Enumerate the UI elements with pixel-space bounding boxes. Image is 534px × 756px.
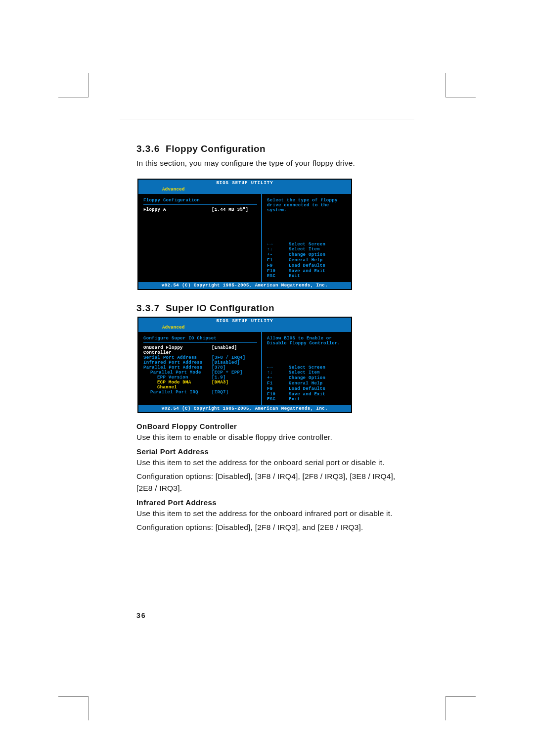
para-heading-serial-port: Serial Port Address — [136, 447, 413, 456]
bios-row-value: [Disabled] — [212, 360, 257, 365]
bios-tab-advanced: Advanced — [159, 187, 188, 193]
bios-row-label: Parallel Port Address — [143, 365, 212, 370]
bios-row-label: Serial Port Address — [143, 355, 212, 360]
bios-nav-key: ↑↓ — [267, 370, 289, 376]
header-rule — [120, 120, 414, 120]
bios-nav-key: F9 — [267, 386, 289, 392]
bios-tab-advanced: Advanced — [159, 325, 188, 331]
crop-mark-bottom-right — [445, 696, 476, 720]
bios-nav-label: General Help — [289, 381, 322, 386]
bios-nav-label: Change Option — [289, 376, 325, 381]
bios-panel-title: Configure Super IO Chipset — [143, 336, 257, 341]
bios-nav-key: F10 — [267, 269, 289, 274]
para-heading-onboard-floppy: OnBoard Floppy Controller — [136, 422, 413, 430]
bios-row-label: ECP Mode DMA Channel — [143, 380, 212, 390]
section-title: Super IO Configuration — [166, 303, 274, 313]
section-heading-superio: 3.3.7 Super IO Configuration — [136, 303, 413, 314]
bios-nav-label: Select Item — [289, 247, 320, 252]
bios-rows: Floppy A[1.44 MB 3½"] — [143, 207, 257, 212]
bios-nav-row: F10Save and Exit — [267, 269, 347, 274]
bios-copyright: v02.54 (C) Copyright 1985-2005, American… — [138, 405, 351, 412]
bios-row-label: Parallel Port Mode — [143, 370, 212, 375]
bios-row: Serial Port Address[3F8 / IRQ4] — [143, 355, 257, 360]
bios-screenshot-superio: BIOS SETUP UTILITY Advanced Configure Su… — [137, 317, 352, 413]
bios-row: Parallel Port Mode[ECP + EPP] — [143, 370, 257, 375]
bios-nav-key: F9 — [267, 263, 289, 269]
bios-nav-row: F10Save and Exit — [267, 392, 347, 397]
bios-nav-key: F10 — [267, 392, 289, 397]
bios-nav-key: ESC — [267, 397, 289, 402]
bios-row-value: [378] — [212, 365, 257, 370]
bios-nav-label: Save and Exit — [289, 392, 325, 397]
para-body: Configuration options: [Disabled], [2F8 … — [136, 521, 413, 533]
bios-nav-label: Exit — [289, 397, 300, 402]
para-body: Configuration options: [Disabled], [3F8 … — [136, 471, 413, 494]
bios-row: Floppy A[1.44 MB 3½"] — [143, 207, 257, 212]
bios-help-text: Allow BIOS to Enable or Disable Floppy C… — [267, 336, 347, 346]
bios-nav-key: ←→ — [267, 242, 289, 247]
bios-nav-row: ESCExit — [267, 274, 347, 279]
bios-nav-key: +- — [267, 252, 289, 258]
bios-nav-row: ←→Select Screen — [267, 242, 347, 247]
bios-row-value: [IRQ7] — [212, 390, 257, 395]
section-number: 3.3.6 — [136, 143, 160, 154]
bios-nav-key: ←→ — [267, 365, 289, 371]
para-body: Use this item to set the address for the… — [136, 457, 413, 469]
bios-nav-label: Save and Exit — [289, 269, 325, 274]
bios-panel-title: Floppy Configuration — [143, 198, 257, 203]
bios-nav-row: ↑↓Select Item — [267, 247, 347, 252]
bios-nav-row: F1General Help — [267, 258, 347, 263]
bios-nav-label: General Help — [289, 258, 322, 263]
bios-nav-key: ESC — [267, 274, 289, 279]
bios-nav-row: F1General Help — [267, 381, 347, 386]
bios-nav: ←→Select Screen↑↓Select Item+-Change Opt… — [267, 242, 347, 280]
para-body: Use this item to set the address for the… — [136, 508, 413, 520]
bios-nav-key: F1 — [267, 381, 289, 386]
bios-row-value: [Enabled] — [212, 345, 257, 355]
bios-row: EPP Version[1.9] — [143, 375, 257, 380]
bios-tabbar: Advanced — [138, 187, 351, 194]
bios-row-value: [DMA3] — [212, 380, 257, 390]
bios-nav-row: F9Load Defaults — [267, 386, 347, 392]
bios-nav-label: Load Defaults — [289, 386, 325, 392]
bios-nav-key: +- — [267, 376, 289, 381]
bios-nav-row: F9Load Defaults — [267, 263, 347, 269]
crop-mark-bottom-left — [58, 696, 89, 720]
bios-row: Parallel Port IRQ[IRQ7] — [143, 390, 257, 395]
bios-nav-row: ↑↓Select Item — [267, 370, 347, 376]
bios-title: BIOS SETUP UTILITY — [138, 318, 351, 325]
bios-row: OnBoard Floppy Controller[Enabled] — [143, 345, 257, 355]
bios-nav-label: Select Item — [289, 370, 320, 376]
bios-row-value: [1.9] — [212, 375, 257, 380]
bios-tabbar: Advanced — [138, 325, 351, 332]
bios-help-text: Select the type of floppy drive connecte… — [267, 198, 347, 213]
bios-nav: ←→Select Screen↑↓Select Item+-Change Opt… — [267, 365, 347, 403]
crop-mark-top-left — [58, 73, 89, 97]
bios-nav-label: Load Defaults — [289, 263, 325, 269]
bios-nav-key: F1 — [267, 258, 289, 263]
bios-nav-label: Select Screen — [289, 242, 325, 247]
bios-row: Parallel Port Address[378] — [143, 365, 257, 370]
bios-nav-row: ←→Select Screen — [267, 365, 347, 371]
bios-nav-row: +-Change Option — [267, 252, 347, 258]
bios-row-label: Floppy A — [143, 207, 212, 212]
bios-row-value: [1.44 MB 3½"] — [212, 207, 257, 212]
bios-row-label: OnBoard Floppy Controller — [143, 345, 212, 355]
bios-row-value: [ECP + EPP] — [212, 370, 257, 375]
crop-mark-top-right — [445, 73, 476, 97]
bios-nav-row: ESCExit — [267, 397, 347, 402]
bios-row: ECP Mode DMA Channel[DMA3] — [143, 380, 257, 390]
section-intro: In this section, you may configure the t… — [136, 157, 413, 169]
para-heading-infrared-port: Infrared Port Address — [136, 498, 413, 507]
bios-row-label: EPP Version — [143, 375, 212, 380]
bios-nav-label: Change Option — [289, 252, 325, 258]
bios-row: Infrared Port Address[Disabled] — [143, 360, 257, 365]
bios-row-label: Parallel Port IRQ — [143, 390, 212, 395]
bios-rows: OnBoard Floppy Controller[Enabled]Serial… — [143, 345, 257, 395]
bios-nav-label: Select Screen — [289, 365, 325, 371]
bios-copyright: v02.54 (C) Copyright 1985-2005, American… — [138, 282, 351, 289]
section-number: 3.3.7 — [136, 303, 160, 313]
section-heading-floppy: 3.3.6 Floppy Configuration — [136, 143, 413, 154]
page-number: 36 — [136, 612, 146, 619]
bios-screenshot-floppy: BIOS SETUP UTILITY Advanced Floppy Confi… — [137, 179, 352, 290]
